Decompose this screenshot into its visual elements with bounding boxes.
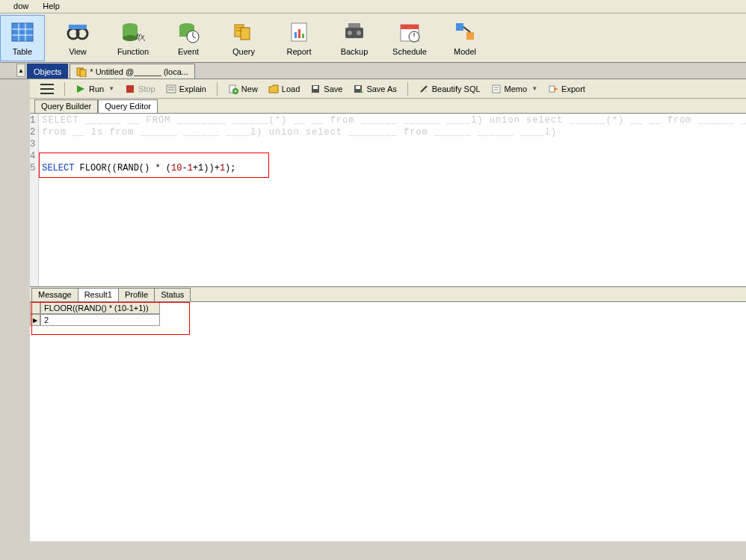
schedule-icon [398, 20, 422, 44]
backup-icon [342, 20, 366, 44]
explain-icon [166, 84, 176, 94]
memo-button[interactable]: Memo▼ [488, 82, 540, 96]
tab-untitled-label: * Untitled @______ (loca... [90, 67, 188, 76]
svg-rect-30 [401, 25, 419, 29]
main-toolbar: Table View f(x) Function Event Query Rep… [0, 13, 746, 63]
toolbar-report-label: Report [286, 47, 311, 56]
svg-rect-40 [167, 85, 176, 93]
tab-query-editor[interactable]: Query Editor [98, 99, 158, 113]
result-tabs: Message Result1 Profile Status [30, 287, 746, 302]
svg-rect-39 [126, 85, 134, 93]
toolbar-function-label: Function [117, 47, 149, 56]
svg-rect-34 [466, 32, 474, 40]
svg-point-10 [123, 35, 138, 41]
toolbar-function[interactable]: f(x) Function [111, 15, 155, 61]
export-button[interactable]: Export [545, 82, 588, 96]
grid-corner [30, 302, 40, 314]
code-line-1: SELECT ______ __ FROM ________ ______(*)… [42, 115, 746, 127]
toolbar-model[interactable]: Model [443, 15, 487, 61]
tab-message[interactable]: Message [31, 288, 78, 301]
tab-objects[interactable]: Objects [27, 64, 68, 79]
export-icon [548, 84, 558, 94]
event-icon [176, 20, 200, 44]
query-icon [232, 20, 256, 44]
tab-result1[interactable]: Result1 [78, 288, 119, 301]
grid-column-header[interactable]: FLOOR((RAND() * (10-1+1)) [40, 302, 160, 314]
toolbar-backup-label: Backup [341, 47, 369, 56]
export-label: Export [561, 84, 585, 93]
svg-rect-0 [12, 23, 33, 41]
toolbar-event-label: Event [178, 47, 199, 56]
sql-editor[interactable]: 1 2 3 4 5 SELECT ______ __ FROM ________… [30, 114, 746, 287]
code-line-3 [42, 139, 746, 151]
saveas-label: Save As [366, 84, 396, 93]
svg-rect-7 [69, 25, 87, 29]
grid-cell-value[interactable]: 2 [40, 314, 160, 326]
beautify-button[interactable]: Beautify SQL [416, 82, 484, 96]
save-button[interactable]: Save [307, 82, 345, 96]
save-icon [310, 84, 321, 94]
load-label: Load [282, 84, 300, 93]
svg-rect-37 [80, 70, 86, 77]
menu-help[interactable]: Help [37, 0, 66, 12]
new-label: New [241, 84, 258, 93]
svg-rect-22 [295, 32, 297, 38]
load-button[interactable]: Load [265, 82, 303, 96]
stop-button[interactable]: Stop [122, 82, 158, 96]
line-gutter: 1 2 3 4 5 [30, 114, 39, 286]
toolbar-view-label: View [69, 47, 87, 56]
svg-point-27 [357, 31, 361, 35]
run-label: Run [89, 84, 104, 93]
toolbar-table[interactable]: Table [0, 15, 45, 61]
tab-untitled-query[interactable]: * Untitled @______ (loca... [70, 64, 195, 79]
new-icon [228, 84, 238, 94]
beautify-label: Beautify SQL [432, 84, 481, 93]
svg-rect-23 [298, 29, 300, 38]
document-tabs: ▲ Objects * Untitled @______ (loca... [0, 63, 746, 79]
svg-rect-18 [241, 28, 250, 40]
menu-window[interactable]: dow [7, 0, 34, 12]
menubar: Win dow Help [0, 0, 746, 13]
svg-rect-56 [493, 85, 500, 93]
grid-row[interactable]: ▶ 2 [30, 314, 746, 326]
toolbar-query[interactable]: Query [221, 15, 266, 61]
toolbar-view[interactable]: View [55, 15, 100, 61]
svg-marker-38 [77, 85, 84, 93]
svg-rect-33 [456, 23, 463, 31]
toolbar-table-label: Table [13, 47, 32, 56]
new-button[interactable]: New [225, 82, 261, 96]
toolbar-model-label: Model [454, 47, 476, 56]
svg-line-35 [463, 27, 470, 32]
play-icon [75, 84, 86, 94]
model-icon [453, 20, 477, 44]
query-subtabs: Query Builder Query Editor [30, 99, 746, 114]
tabs-scroll-up[interactable]: ▲ [16, 64, 25, 77]
result-grid: FLOOR((RAND() * (10-1+1)) ▶ 2 [30, 302, 746, 541]
explain-button[interactable]: Explain [163, 82, 209, 96]
query-toolbar: Run▼ Stop Explain New Load Save Save As [30, 79, 746, 99]
function-icon: f(x) [121, 20, 145, 44]
tab-status[interactable]: Status [154, 288, 191, 301]
tab-profile[interactable]: Profile [118, 288, 155, 301]
hamburger-button[interactable] [37, 82, 57, 96]
saveas-button[interactable]: Save As [350, 82, 399, 96]
svg-rect-51 [356, 86, 360, 89]
report-icon [287, 20, 311, 44]
code-area[interactable]: SELECT ______ __ FROM ________ ______(*)… [39, 114, 746, 286]
toolbar-schedule[interactable]: Schedule [387, 15, 432, 61]
run-button[interactable]: Run▼ [73, 82, 117, 96]
svg-rect-28 [348, 23, 360, 28]
tab-query-builder[interactable]: Query Builder [34, 99, 98, 113]
stop-label: Stop [138, 84, 155, 93]
folder-open-icon [268, 84, 279, 94]
toolbar-report[interactable]: Report [277, 15, 321, 61]
wand-icon [419, 84, 429, 94]
toolbar-backup[interactable]: Backup [332, 15, 377, 61]
svg-rect-24 [302, 34, 304, 38]
code-line-4 [42, 151, 746, 163]
toolbar-event[interactable]: Event [166, 15, 211, 61]
code-line-5: SELECT FLOOR((RAND() * (10-1+1))+1); [42, 163, 746, 175]
svg-rect-59 [549, 86, 555, 92]
memo-icon [491, 84, 502, 94]
stop-icon [125, 84, 135, 94]
